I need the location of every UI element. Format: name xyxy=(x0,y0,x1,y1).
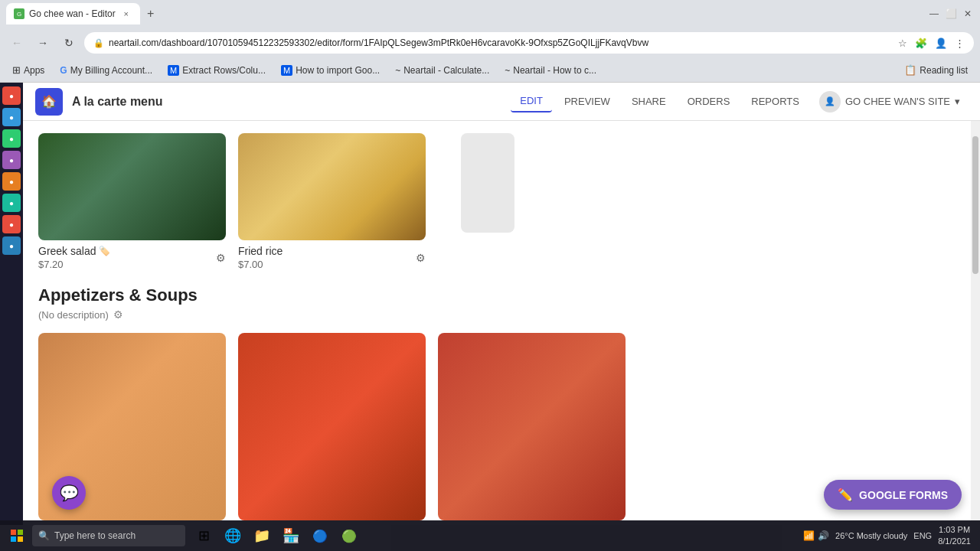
ds-app-6[interactable]: ● xyxy=(2,194,21,212)
food-card-hot-wings: Hot wings ⚙ xyxy=(238,333,426,525)
ds-app-2[interactable]: ● xyxy=(2,108,21,126)
taskbar-app-taskview[interactable]: ⊞ xyxy=(190,522,217,549)
bookmark-billing[interactable]: G My Billing Account... xyxy=(54,64,158,77)
bookmark-star-icon[interactable]: ☆ xyxy=(898,37,907,49)
lock-icon: 🔒 xyxy=(93,38,104,48)
bookmark-neartail1-label: Neartail - Calculate... xyxy=(403,65,489,76)
taskbar-right: 📶 🔊 26°C Mostly cloudy ENG 1:03 PM 8/1/2… xyxy=(803,524,977,548)
bookmark-extract[interactable]: M Extract Rows/Colu... xyxy=(162,64,272,77)
food-image-tomato-soup xyxy=(438,333,626,520)
restore-button[interactable]: ⬜ xyxy=(945,8,957,20)
appetizer-items: Italian rice balls 🏷️ ⚙ Hot xyxy=(38,333,956,525)
taskbar-app-chrome2[interactable]: 🟢 xyxy=(335,522,363,549)
page-title: A la carte menu xyxy=(72,95,511,109)
time-display: 1:03 PM xyxy=(938,524,971,536)
nav-edit[interactable]: EDIT xyxy=(511,90,552,112)
reading-list-button[interactable]: 📋 Reading list xyxy=(898,63,974,77)
google-forms-label: GOOGLE FORMS xyxy=(859,489,948,501)
scrollbar-thumb[interactable] xyxy=(972,136,978,274)
prev-section-items: Greek salad 🏷️ $7.20 ⚙ xyxy=(38,133,956,270)
taskbar-app-store[interactable]: 🏪 xyxy=(277,522,305,549)
food-image-hot-wings xyxy=(238,333,426,520)
reload-button[interactable]: ↻ xyxy=(58,32,80,54)
ds-app-3[interactable]: ● xyxy=(2,129,21,148)
svg-rect-2 xyxy=(11,536,16,542)
site-dropdown-icon: ▾ xyxy=(955,96,960,107)
food-card-greek-salad: Greek salad 🏷️ $7.20 ⚙ xyxy=(38,133,226,270)
volume-icon: 🔊 xyxy=(818,530,829,541)
profile-icon[interactable]: 👤 xyxy=(935,37,947,49)
reading-list-label: Reading list xyxy=(920,65,968,76)
ds-app-8[interactable]: ● xyxy=(2,236,21,255)
forward-button[interactable]: → xyxy=(32,32,54,54)
ds-app-1[interactable]: ● xyxy=(2,86,21,105)
tab-title: Go chee wan - Editor xyxy=(29,8,116,19)
app-body: Greek salad 🏷️ $7.20 ⚙ xyxy=(23,121,971,525)
bookmark-neartail2-label: Neartail - How to c... xyxy=(513,65,596,76)
browser-content: ● ● ● ● ● ● ● ● 🏠 A la carte menu EDIT P… xyxy=(0,83,980,525)
weather-text: 26°C Mostly cloudy xyxy=(835,531,907,540)
header-nav: EDIT PREVIEW SHARE ORDERS REPORTS 👤 GO C… xyxy=(511,86,968,117)
bookmark-import[interactable]: M How to import Goo... xyxy=(275,64,386,77)
promo-icon-greek-salad: 🏷️ xyxy=(99,246,110,256)
google-forms-button[interactable]: ✏️ GOOGLE FORMS xyxy=(824,480,962,510)
section-desc-appetizers: (No description) ⚙ xyxy=(38,308,956,321)
home-button[interactable]: 🏠 xyxy=(35,88,63,116)
bookmark-neartail2[interactable]: ~ Neartail - How to c... xyxy=(498,64,603,77)
back-button[interactable]: ← xyxy=(6,32,28,54)
svg-rect-1 xyxy=(18,530,23,535)
taskbar-app-edge[interactable]: 🌐 xyxy=(219,522,247,549)
taskbar-search[interactable]: 🔍 Type here to search xyxy=(32,525,185,546)
appetizers-section: Appetizers & Soups (No description) ⚙ It xyxy=(38,285,956,525)
date-display: 8/1/2021 xyxy=(938,536,971,547)
taskbar-app-explorer[interactable]: 📁 xyxy=(248,522,276,549)
nav-orders[interactable]: ORDERS xyxy=(678,91,740,112)
app-window: 🏠 A la carte menu EDIT PREVIEW SHARE ORD… xyxy=(23,83,980,525)
address-bar-row: ← → ↻ 🔒 neartail.com/dashboard/107010594… xyxy=(0,28,980,58)
partial-card-right xyxy=(438,133,499,270)
food-image-greek-salad xyxy=(38,133,226,240)
tab-favicon: G xyxy=(14,8,24,19)
chat-bubble-button[interactable]: 💬 xyxy=(52,476,86,510)
bookmark-import-label: How to import Goo... xyxy=(296,65,380,76)
avatar: 👤 xyxy=(819,91,841,112)
close-tab-button[interactable]: × xyxy=(120,8,132,20)
app-header: 🏠 A la carte menu EDIT PREVIEW SHARE ORD… xyxy=(23,83,980,121)
menu-icon[interactable]: ⋮ xyxy=(955,37,965,49)
ds-app-7[interactable]: ● xyxy=(2,215,21,233)
extensions-icon[interactable]: 🧩 xyxy=(915,37,927,49)
active-tab[interactable]: G Go chee wan - Editor × xyxy=(6,3,140,24)
taskbar: 🔍 Type here to search ⊞ 🌐 📁 🏪 🔵 🟢 📶 🔊 26… xyxy=(0,520,980,551)
minimize-button[interactable]: — xyxy=(928,8,940,20)
title-bar: G Go chee wan - Editor × + — ⬜ ✕ xyxy=(0,0,980,28)
taskbar-app-chrome[interactable]: 🔵 xyxy=(306,522,334,549)
taskbar-apps: ⊞ 🌐 📁 🏪 🔵 🟢 xyxy=(190,522,363,549)
lang-text: ENG xyxy=(913,531,932,540)
site-button[interactable]: 👤 GO CHEE WAN'S SITE ▾ xyxy=(812,86,968,117)
app-scrollbar[interactable] xyxy=(971,121,980,525)
bookmark-apps-label: Apps xyxy=(24,65,44,76)
start-button[interactable] xyxy=(3,522,31,549)
address-bar[interactable]: 🔒 neartail.com/dashboard/107010594512232… xyxy=(84,32,974,54)
close-window-button[interactable]: ✕ xyxy=(962,8,974,20)
partial-preview-card xyxy=(461,133,514,233)
ds-app-5[interactable]: ● xyxy=(2,172,21,191)
nav-reports[interactable]: REPORTS xyxy=(742,91,808,112)
settings-icon-greek-salad[interactable]: ⚙ xyxy=(216,252,226,264)
sys-icons: 📶 🔊 xyxy=(803,530,829,541)
bookmark-neartail1[interactable]: ~ Neartail - Calculate... xyxy=(389,64,495,77)
section-settings-icon[interactable]: ⚙ xyxy=(113,308,123,321)
nav-preview[interactable]: PREVIEW xyxy=(555,91,619,112)
food-info-greek-salad: Greek salad 🏷️ $7.20 ⚙ xyxy=(38,245,226,270)
settings-icon-fried-rice[interactable]: ⚙ xyxy=(416,252,426,264)
bookmark-apps[interactable]: ⊞ Apps xyxy=(6,63,51,77)
site-label: GO CHEE WAN'S SITE xyxy=(845,96,950,107)
ds-app-4[interactable]: ● xyxy=(2,151,21,169)
new-tab-button[interactable]: + xyxy=(140,3,162,24)
taskbar-time: 1:03 PM 8/1/2021 xyxy=(938,524,971,548)
nav-share[interactable]: SHARE xyxy=(622,91,675,112)
url-text: neartail.com/dashboard/10701059451223259… xyxy=(109,37,890,48)
food-price-fried-rice: $7.00 xyxy=(238,259,283,270)
svg-rect-3 xyxy=(18,536,23,542)
svg-rect-0 xyxy=(11,530,16,535)
